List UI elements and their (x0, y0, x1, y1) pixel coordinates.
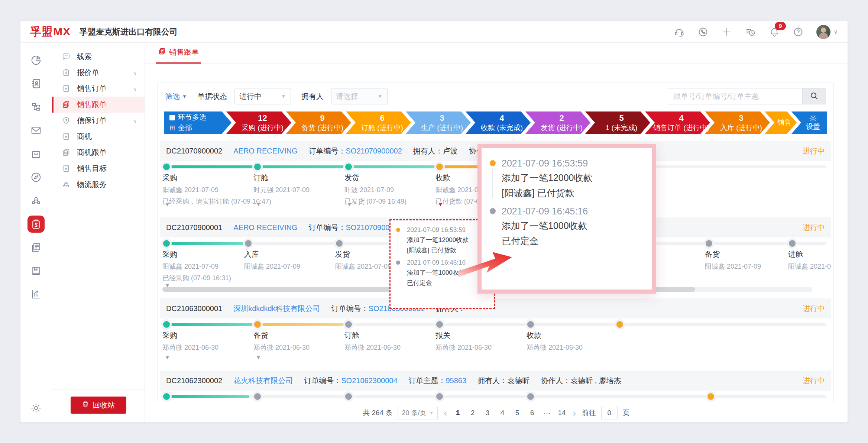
timeline-dot[interactable] (245, 240, 252, 247)
history-icon[interactable] (745, 26, 756, 38)
page-size-select[interactable]: 20 条/页▼ (398, 406, 438, 420)
rail-team-icon[interactable] (27, 192, 45, 209)
user-menu[interactable]: ∨ (816, 25, 838, 39)
timeline-dot[interactable] (163, 321, 170, 328)
filter-toggle[interactable]: 筛选▼ (165, 91, 187, 101)
stage-label: 生产 (进行中) (421, 123, 463, 132)
select-all-label: 全部 (178, 123, 192, 132)
multi-select-row[interactable]: 环节多选 (169, 113, 206, 122)
expand-chevron-icon[interactable]: ▼ (438, 201, 443, 207)
timeline-dot[interactable] (254, 321, 261, 328)
timeline-dot[interactable] (254, 164, 261, 170)
field-label: 协作人： (541, 376, 570, 385)
menu-item-销售目标[interactable]: 销售目标 (52, 161, 145, 177)
pipeline-settings[interactable]: 设置 (790, 110, 828, 135)
prev-page-button[interactable]: ‹ (443, 408, 448, 418)
timeline-dot-column (490, 158, 496, 199)
pipeline-multi-select[interactable]: 环节多选⊞全部 (163, 110, 233, 135)
rail-contacts-icon[interactable] (27, 75, 45, 92)
menu-item-报价单[interactable]: 报价单∨ (52, 65, 145, 81)
rail-compass-icon[interactable] (27, 169, 45, 186)
customer-link[interactable]: AERO RECEIVING (233, 147, 297, 155)
timeline-dot[interactable] (527, 321, 534, 328)
page-number[interactable]: 3 (483, 409, 492, 417)
page-number[interactable]: 14 (557, 409, 567, 417)
rail-sales-clipboard-icon[interactable] (27, 216, 45, 233)
timeline-dot[interactable] (436, 393, 443, 400)
headset-icon[interactable] (674, 26, 685, 38)
recycle-bin-button[interactable]: 回收站 (71, 397, 126, 414)
field-value-link[interactable]: SO21070900002 (346, 147, 402, 155)
page-number[interactable]: 6 (527, 409, 537, 417)
pipeline-stage-收款 (未完成)[interactable]: 4收款 (未完成) (464, 110, 532, 135)
rail-documents-icon[interactable] (27, 239, 45, 256)
pipeline-stage-入库 (进行中)[interactable]: 3入库 (进行中) (704, 110, 771, 135)
timeline-dot[interactable] (789, 240, 796, 247)
pipeline-stage-备货 (进行中)[interactable]: 9备货 (进行中) (285, 110, 352, 135)
rail-report-icon[interactable] (27, 286, 45, 303)
goto-page-input[interactable] (601, 406, 618, 420)
rail-notebook-icon[interactable] (27, 262, 45, 279)
next-page-button[interactable]: › (572, 408, 577, 418)
expand-chevron-icon[interactable]: ▼ (165, 354, 170, 360)
pipeline-stage-1 (未完成)[interactable]: 51 (未完成) (584, 110, 651, 135)
timeline-dot[interactable] (436, 321, 443, 328)
menu-item-销售跟单[interactable]: 销售跟单 (52, 97, 145, 113)
field-value-link[interactable]: 95863 (446, 376, 467, 385)
timeline-dot[interactable] (345, 164, 352, 170)
menu-item-label: 物流服务 (77, 180, 107, 190)
rail-bag-icon[interactable] (27, 145, 45, 162)
page-number[interactable]: 2 (468, 409, 477, 417)
bell-icon[interactable]: 9 (769, 26, 780, 38)
menu-item-商机跟单[interactable]: 商机跟单 (52, 145, 145, 161)
rail-mail-icon[interactable] (27, 122, 45, 139)
expand-chevron-icon[interactable]: ▼ (256, 201, 261, 207)
search-input[interactable] (668, 88, 802, 104)
customer-link[interactable]: AERO RECEIVING (233, 223, 297, 232)
timeline-dot[interactable] (527, 393, 534, 400)
pipeline-stage-采购 (进行中)[interactable]: 12采购 (进行中) (225, 110, 292, 135)
timeline-dot[interactable] (163, 240, 170, 247)
page-number[interactable]: 4 (498, 409, 507, 417)
timeline-dot[interactable] (345, 393, 352, 400)
stage-owner-date: 时元强 2021-07-09 (253, 185, 342, 194)
timeline-dot[interactable] (163, 164, 170, 170)
plus-icon[interactable] (721, 26, 732, 38)
menu-item-物流服务[interactable]: 物流服务 (52, 177, 145, 193)
rail-dashboard-pie-icon[interactable] (27, 52, 45, 69)
owner-select[interactable]: 请选择▼ (331, 88, 388, 104)
menu-item-线索[interactable]: 线索 (52, 49, 145, 65)
page-number[interactable]: 1 (453, 409, 463, 417)
tab-sales-tracking[interactable]: 销售跟单 (156, 47, 201, 64)
timeline-dot[interactable] (254, 393, 261, 400)
search-button[interactable] (802, 88, 826, 104)
customer-link[interactable]: 深圳kdkdkdk科技有限公司 (233, 304, 320, 314)
expand-chevron-icon[interactable]: ▼ (256, 354, 261, 360)
field-value-link[interactable]: SO21062300004 (341, 376, 397, 385)
timeline-dot[interactable] (163, 393, 170, 400)
expand-chevron-icon[interactable]: ▼ (165, 201, 170, 207)
help-icon[interactable] (793, 26, 804, 38)
select-all-row[interactable]: ⊞全部 (169, 123, 192, 132)
rail-org-tree-icon[interactable] (27, 98, 45, 116)
pipeline-stage-发货 (进行中)[interactable]: 2发货 (进行中) (524, 110, 592, 135)
timeline-dot[interactable] (345, 321, 352, 328)
expand-chevron-icon[interactable]: ▼ (347, 201, 352, 207)
timeline-dot[interactable] (616, 321, 623, 328)
menu-item-label: 信保订单 (77, 116, 107, 126)
pipeline-stage-订舱 (进行中)[interactable]: 6订舱 (进行中) (345, 110, 412, 135)
timeline-dot[interactable] (706, 240, 712, 247)
menu-item-商机[interactable]: 商机 (52, 129, 145, 145)
rail-settings-gear-icon[interactable] (27, 400, 45, 417)
menu-item-销售订单[interactable]: 销售订单∨ (52, 81, 145, 97)
whatsapp-icon[interactable] (697, 26, 709, 38)
timeline-dot[interactable] (436, 164, 443, 170)
status-select[interactable]: 进行中▼ (234, 88, 291, 104)
pipeline-stage-生产 (进行中)[interactable]: 3生产 (进行中) (405, 110, 472, 135)
page-number[interactable]: 5 (512, 409, 522, 417)
timeline-dot[interactable] (336, 240, 343, 247)
customer-link[interactable]: 花火科技有限公司 (233, 376, 293, 386)
pipeline-stage-销售订单 (进行中)[interactable]: 4销售订单 (进行中) (644, 110, 711, 135)
timeline-dot[interactable] (707, 393, 714, 400)
menu-item-信保订单[interactable]: 信保订单∨ (52, 113, 145, 129)
